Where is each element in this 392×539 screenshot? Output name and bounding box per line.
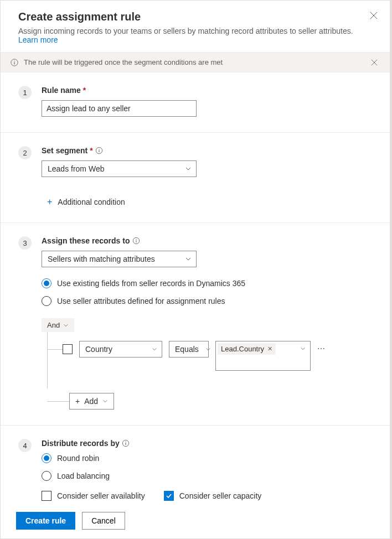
svg-rect-5	[99, 150, 99, 152]
checkbox-icon	[42, 491, 51, 501]
rule-name-input[interactable]	[42, 100, 197, 117]
rule-name-label: Rule name *	[42, 86, 372, 95]
radio-icon	[42, 471, 51, 481]
tag-remove-icon[interactable]: ✕	[267, 345, 272, 353]
radio-icon	[42, 278, 51, 288]
section-assign-to: 3 Assign these records to Sellers with m…	[1, 223, 390, 426]
svg-point-1	[14, 60, 14, 61]
more-options-icon[interactable]: ⋯	[317, 344, 326, 353]
close-icon[interactable]	[370, 12, 378, 19]
info-icon[interactable]	[95, 147, 103, 154]
subtitle-text: Assign incoming records to your teams or…	[18, 27, 353, 35]
add-condition-button[interactable]: + Add	[69, 393, 114, 410]
svg-point-4	[99, 149, 99, 149]
chevron-down-icon	[185, 256, 192, 262]
chevron-down-icon	[300, 346, 306, 351]
additional-condition-button[interactable]: + Additional condition	[47, 197, 372, 207]
chevron-down-icon	[185, 165, 192, 172]
chevron-down-icon	[102, 398, 108, 404]
radio-load-balancing[interactable]: Load balancing	[42, 471, 372, 481]
checkbox-checked-icon	[164, 491, 174, 501]
plus-icon: +	[75, 397, 80, 406]
info-bar-dismiss-icon[interactable]	[371, 59, 378, 66]
chevron-down-icon	[205, 346, 211, 352]
step-number-2: 2	[18, 146, 32, 159]
plus-icon: +	[47, 197, 52, 207]
svg-rect-11	[125, 443, 126, 445]
section-set-segment: 2 Set segment * Leads from Web	[1, 133, 390, 223]
svg-point-10	[125, 442, 126, 442]
required-asterisk: *	[83, 86, 86, 95]
condition-field-select[interactable]: Country	[79, 341, 162, 357]
svg-rect-2	[14, 62, 14, 64]
assign-to-select[interactable]: Sellers with matching attributes	[42, 251, 197, 267]
segment-label: Set segment *	[42, 146, 372, 155]
check-availability[interactable]: Consider seller availablity	[42, 491, 145, 501]
required-asterisk: *	[90, 146, 92, 155]
condition-checkbox[interactable]	[63, 344, 73, 354]
condition-value-input[interactable]: Lead.Country ✕	[215, 341, 311, 371]
info-bar: The rule will be triggered once the segm…	[1, 52, 390, 72]
check-capacity[interactable]: Consider seller capacity	[164, 491, 262, 501]
and-operator-select[interactable]: And	[42, 318, 74, 332]
info-icon[interactable]	[132, 237, 140, 245]
section-rule-name: 1 Rule name *	[1, 72, 390, 133]
chevron-down-icon	[63, 323, 69, 328]
distribute-label: Distribute records by	[42, 439, 372, 448]
dialog-title: Create assignment rule	[18, 11, 372, 23]
assign-to-select-value: Sellers with matching attributes	[48, 255, 155, 263]
create-rule-button[interactable]: Create rule	[16, 512, 75, 530]
segment-select-value: Leads from Web	[48, 164, 104, 173]
chevron-down-icon	[152, 346, 157, 352]
step-number-3: 3	[18, 236, 32, 250]
dialog-subtitle: Assign incoming records to your teams or…	[18, 27, 372, 44]
step-number-4: 4	[18, 439, 32, 452]
radio-existing-fields[interactable]: Use existing fields from seller records …	[42, 278, 372, 288]
cancel-button[interactable]: Cancel	[82, 512, 125, 530]
svg-point-7	[136, 239, 136, 240]
learn-more-link[interactable]: Learn more	[18, 35, 58, 44]
svg-rect-8	[136, 240, 136, 242]
condition-operator-select[interactable]: Equals	[169, 341, 209, 357]
radio-icon	[42, 296, 51, 306]
segment-select[interactable]: Leads from Web	[42, 160, 197, 177]
info-icon[interactable]	[122, 439, 130, 447]
radio-round-robin[interactable]: Round robin	[42, 453, 372, 463]
radio-seller-attributes[interactable]: Use seller attributes defined for assign…	[42, 296, 372, 306]
step-number-1: 1	[18, 86, 32, 99]
radio-icon	[42, 453, 51, 463]
section-distribute: 4 Distribute records by Round robin	[1, 426, 390, 504]
assign-to-label: Assign these records to	[42, 236, 372, 245]
value-tag: Lead.Country ✕	[218, 343, 276, 355]
info-icon	[11, 59, 18, 66]
info-bar-text: The rule will be triggered once the segm…	[24, 58, 223, 66]
